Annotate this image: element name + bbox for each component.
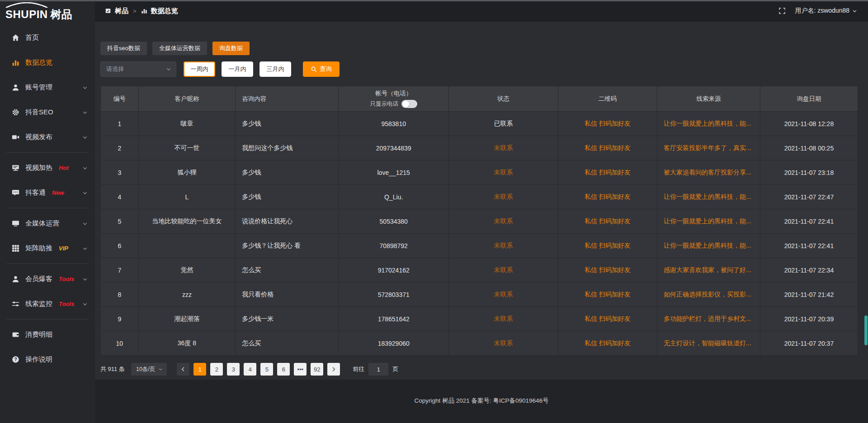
wallet-icon: [12, 331, 19, 338]
range-button[interactable]: 一周内: [184, 61, 215, 77]
lead-source-link[interactable]: 让你一眼就爱上的黑科技，能...: [657, 185, 760, 209]
tab-抖音seo数据[interactable]: 抖音seo数据: [100, 42, 147, 55]
range-button[interactable]: 一月内: [222, 61, 253, 77]
more-pages-button[interactable]: •••: [294, 363, 307, 376]
page-button-5[interactable]: 5: [260, 363, 273, 376]
qr-action-link[interactable]: 私信 扫码加好友: [558, 185, 657, 209]
sidebar-item-badge: VIP: [59, 245, 68, 252]
fullscreen-icon[interactable]: [778, 7, 786, 14]
sidebar-item[interactable]: 首页: [0, 25, 95, 50]
grid-icon: [12, 244, 19, 252]
filter-bar: 请选择 一周内一月内三月内 查询: [100, 61, 858, 77]
page-button-4[interactable]: 4: [244, 363, 256, 376]
cell-date: 2021-11-08 00:25: [760, 136, 858, 160]
user-icon: [12, 84, 19, 91]
sidebar-item[interactable]: 会员爆客Tools: [0, 267, 95, 291]
sidebar-item[interactable]: 矩阵助推VIP: [0, 236, 95, 261]
sidebar-item[interactable]: 全媒体运营: [0, 211, 95, 236]
qr-action-link[interactable]: 私信 扫码加好友: [558, 307, 657, 331]
table-row: 3狐小狸多少钱love__1215未联系私信 扫码加好友被大家追着问的客厅投影分…: [101, 160, 858, 185]
qr-action-link[interactable]: 私信 扫码加好友: [558, 234, 657, 258]
prev-page-button[interactable]: [177, 363, 189, 376]
sidebar-item[interactable]: 数据总览: [0, 50, 95, 75]
range-button[interactable]: 三月内: [259, 61, 291, 77]
table-row: 6多少钱？让我死心 看70898792未联系私信 扫码加好友让你一眼就爱上的黑科…: [101, 234, 858, 258]
column-header: 编号: [101, 86, 139, 112]
status-text: 未联系: [449, 136, 558, 160]
qr-action-link[interactable]: 私信 扫码加好友: [558, 136, 657, 160]
goto-page-input[interactable]: [368, 363, 388, 376]
status-text: 未联系: [449, 160, 558, 185]
lead-source-link[interactable]: 如何正确选择投影仪，买投影...: [657, 282, 760, 307]
sidebar-item-label: 抖客通: [25, 188, 46, 197]
cell-account: 9583810: [338, 112, 449, 136]
table-row: 1036度 8怎么买183929060未联系私信 扫码加好友无主灯设计，智能磁吸…: [101, 331, 858, 356]
sidebar-item[interactable]: 账号管理: [0, 75, 95, 100]
cell-date: 2021-11-08 12:28: [760, 112, 858, 136]
query-button[interactable]: 查询: [303, 61, 340, 77]
page-size-value: 10条/页: [136, 366, 155, 373]
page-button-6[interactable]: 6: [277, 363, 290, 376]
sidebar-item[interactable]: 视频发布: [0, 125, 95, 150]
sidebar-item[interactable]: 抖音SEO: [0, 100, 95, 125]
lead-source-link[interactable]: 让你一眼就爱上的黑科技，能...: [657, 209, 760, 234]
sidebar-item-label: 线索监控: [25, 300, 52, 308]
qr-action-link[interactable]: 私信 扫码加好友: [558, 112, 657, 136]
page-button-92[interactable]: 92: [311, 363, 323, 376]
sidebar-item-badge: Tools: [59, 276, 74, 282]
monitor-icon: [12, 220, 19, 227]
chart-icon: [141, 8, 147, 14]
lead-source-link[interactable]: 让你一眼就爱上的黑科技，能...: [657, 234, 760, 258]
sidebar-item-label: 抖音SEO: [25, 108, 53, 117]
goto-label: 前往: [353, 365, 364, 373]
query-button-label: 查询: [320, 65, 332, 73]
phone-only-toggle[interactable]: [401, 100, 417, 108]
inquiry-table: 编号客户昵称咨询内容帐号（电话）只显示电话状态二维码线索来源询盘日期 1啵章多少…: [100, 86, 858, 356]
cell-index: 9: [101, 307, 139, 331]
qr-action-link[interactable]: 私信 扫码加好友: [558, 160, 657, 185]
svg-text:?: ?: [14, 357, 17, 362]
sidebar-item[interactable]: 线索监控Tools: [0, 291, 95, 316]
page-buttons: 123456•••92: [177, 363, 340, 376]
filter-select[interactable]: 请选择: [100, 61, 176, 77]
qr-action-link[interactable]: 私信 扫码加好友: [558, 258, 657, 282]
lead-source-link[interactable]: 无主灯设计，智能磁吸轨道灯...: [657, 331, 760, 356]
scrollbar-thumb[interactable]: [864, 315, 868, 345]
sidebar-item[interactable]: ?操作说明: [0, 347, 95, 372]
tab-全媒体运营数据[interactable]: 全媒体运营数据: [152, 42, 207, 55]
breadcrumb-item-home[interactable]: 树品: [115, 7, 128, 15]
chevron-down-icon: [82, 190, 88, 196]
lead-source-link[interactable]: 多功能护栏灯，适用于乡村文...: [657, 307, 760, 331]
cell-inquiry: 多少钱: [236, 112, 339, 136]
page-size-select[interactable]: 10条/页: [131, 363, 167, 376]
table-row: 4L多少钱Q_Liu.未联系私信 扫码加好友让你一眼就爱上的黑科技，能...20…: [101, 185, 858, 209]
page-button-3[interactable]: 3: [227, 363, 240, 376]
qr-action-link[interactable]: 私信 扫码加好友: [558, 331, 657, 356]
user-menu[interactable]: 用户名: zswodun88: [795, 7, 857, 15]
table-row: 7觉然怎么买917024162未联系私信 扫码加好友感谢大家喜欢我家，被问了好.…: [101, 258, 858, 282]
lead-source-link[interactable]: 被大家追着问的客厅投影分享...: [657, 160, 760, 185]
chevron-down-icon: [158, 367, 163, 371]
sidebar-item-label: 消费明细: [25, 330, 52, 339]
cell-nickname: 狐小狸: [138, 160, 235, 185]
cell-index: 4: [101, 185, 139, 209]
sidebar-item[interactable]: 消费明细: [0, 322, 95, 347]
screen-play-icon: [12, 164, 19, 172]
lead-source-link[interactable]: 感谢大家喜欢我家，被问了好...: [657, 258, 760, 282]
cell-date: 2021-11-07 20:39: [760, 307, 858, 331]
cell-index: 10: [101, 331, 139, 356]
sidebar-item[interactable]: 视频加热Hot: [0, 155, 95, 180]
qr-action-link[interactable]: 私信 扫码加好友: [558, 209, 657, 234]
lead-source-link[interactable]: 客厅安装投影半年多了，真实...: [657, 136, 760, 160]
lead-source-link[interactable]: 让你一眼就爱上的黑科技，能...: [657, 112, 760, 136]
next-page-button[interactable]: [327, 363, 340, 376]
page-button-1[interactable]: 1: [193, 363, 206, 376]
breadcrumb-item-current: 数据总览: [151, 7, 178, 15]
status-text: 未联系: [449, 282, 558, 307]
sidebar-item[interactable]: 抖客通New: [0, 180, 95, 205]
app-logo[interactable]: SHUPIN 树品: [0, 0, 95, 22]
copyright: Copyright 树品 2021 备案号: 粤ICP备09019646号: [414, 397, 548, 404]
qr-action-link[interactable]: 私信 扫码加好友: [558, 282, 657, 307]
page-button-2[interactable]: 2: [210, 363, 223, 376]
tab-询盘数据[interactable]: 询盘数据: [212, 42, 250, 55]
